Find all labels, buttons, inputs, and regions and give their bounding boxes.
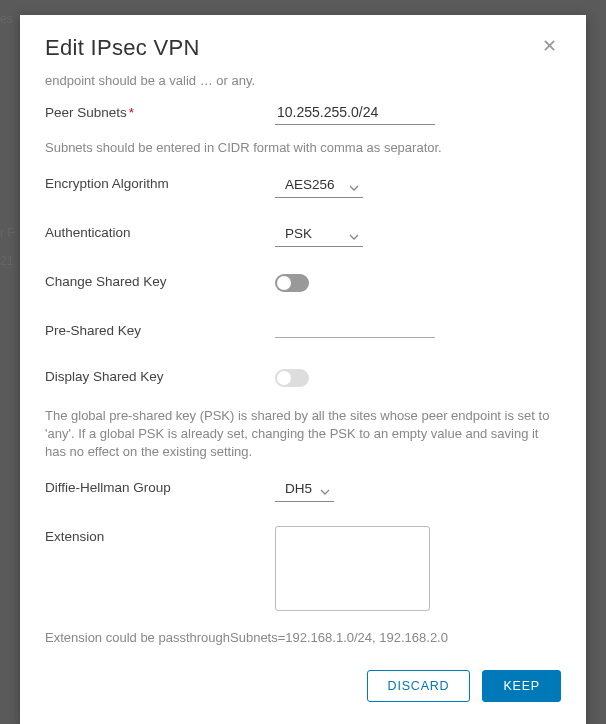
discard-button[interactable]: DISCARD: [367, 670, 471, 702]
modal-header: Edit IPsec VPN ✕: [20, 15, 586, 76]
display-shared-key-row: Display Shared Key: [45, 366, 561, 391]
toggle-knob: [277, 371, 291, 385]
chevron-down-icon: [349, 178, 359, 196]
chevron-down-icon: [320, 482, 330, 500]
peer-subnets-input[interactable]: [275, 102, 435, 125]
dh-group-value: DH5: [285, 481, 312, 496]
authentication-value: PSK: [285, 226, 312, 241]
encryption-select[interactable]: AES256: [275, 173, 363, 198]
close-icon: ✕: [542, 36, 557, 56]
dh-group-row: Diffie-Hellman Group DH5: [45, 477, 561, 502]
close-button[interactable]: ✕: [538, 35, 561, 57]
background-text: es: [0, 12, 13, 26]
background-text: r F: [0, 226, 15, 240]
toggle-knob: [277, 276, 291, 290]
authentication-row: Authentication PSK: [45, 222, 561, 247]
pre-shared-key-label: Pre-Shared Key: [45, 320, 275, 338]
dh-group-label: Diffie-Hellman Group: [45, 477, 275, 495]
encryption-label: Encryption Algorithm: [45, 173, 275, 191]
display-shared-key-label: Display Shared Key: [45, 366, 275, 384]
peer-subnets-row: Peer Subnets*: [45, 102, 561, 125]
authentication-label: Authentication: [45, 222, 275, 240]
change-shared-key-label: Change Shared Key: [45, 271, 275, 289]
authentication-select[interactable]: PSK: [275, 222, 363, 247]
encryption-row: Encryption Algorithm AES256: [45, 173, 561, 198]
pre-shared-key-row: Pre-Shared Key: [45, 320, 561, 342]
modal-title: Edit IPsec VPN: [45, 35, 200, 61]
extension-helper: Extension could be passthroughSubnets=19…: [45, 629, 561, 647]
change-shared-key-toggle[interactable]: [275, 274, 309, 292]
peer-subnets-label: Peer Subnets*: [45, 102, 275, 120]
extension-textarea[interactable]: [275, 526, 430, 611]
display-shared-key-toggle[interactable]: [275, 369, 309, 387]
chevron-down-icon: [349, 227, 359, 245]
dh-group-select[interactable]: DH5: [275, 477, 334, 502]
psk-helper-text: The global pre-shared key (PSK) is share…: [45, 407, 561, 462]
background-text: 21: [0, 254, 13, 268]
modal-footer: DISCARD KEEP: [20, 652, 586, 724]
keep-button[interactable]: KEEP: [482, 670, 561, 702]
edit-ipsec-vpn-modal: Edit IPsec VPN ✕ endpoint should be a va…: [20, 15, 586, 724]
pre-shared-key-input[interactable]: [275, 320, 435, 338]
extension-row: Extension: [45, 526, 561, 615]
truncated-helper-text: endpoint should be a valid … or any.: [45, 76, 561, 88]
encryption-value: AES256: [285, 177, 335, 192]
peer-subnets-helper: Subnets should be entered in CIDR format…: [45, 139, 561, 157]
modal-body: endpoint should be a valid … or any. Pee…: [20, 76, 586, 652]
change-shared-key-row: Change Shared Key: [45, 271, 561, 296]
extension-label: Extension: [45, 526, 275, 544]
